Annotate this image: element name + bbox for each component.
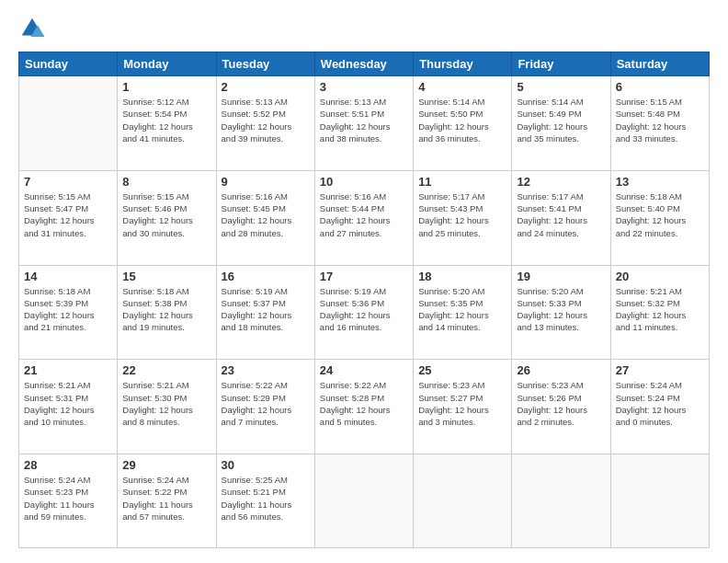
calendar-cell (414, 454, 512, 548)
day-number: 20 (616, 270, 704, 283)
calendar-cell: 23Sunrise: 5:22 AMSunset: 5:29 PMDayligh… (216, 360, 314, 454)
day-number: 30 (222, 458, 310, 472)
day-info: Sunrise: 5:12 AMSunset: 5:54 PMDaylight:… (122, 96, 210, 144)
day-number: 21 (24, 363, 112, 377)
calendar-cell: 11Sunrise: 5:17 AMSunset: 5:43 PMDayligh… (414, 170, 512, 265)
calendar-cell: 17Sunrise: 5:19 AMSunset: 5:36 PMDayligh… (314, 265, 413, 360)
calendar-table: SundayMondayTuesdayWednesdayThursdayFrid… (18, 52, 710, 548)
day-info: Sunrise: 5:22 AMSunset: 5:28 PMDaylight:… (320, 379, 408, 428)
day-number: 5 (517, 80, 605, 94)
calendar-cell: 26Sunrise: 5:23 AMSunset: 5:26 PMDayligh… (512, 360, 610, 454)
calendar-cell: 7Sunrise: 5:15 AMSunset: 5:47 PMDaylight… (19, 170, 118, 265)
calendar-cell: 28Sunrise: 5:24 AMSunset: 5:23 PMDayligh… (19, 454, 118, 548)
day-number: 28 (24, 458, 112, 472)
calendar-cell: 6Sunrise: 5:15 AMSunset: 5:48 PMDaylight… (610, 76, 709, 171)
calendar-cell: 16Sunrise: 5:19 AMSunset: 5:37 PMDayligh… (216, 265, 314, 360)
calendar-cell: 9Sunrise: 5:16 AMSunset: 5:45 PMDaylight… (216, 170, 314, 265)
day-info: Sunrise: 5:21 AMSunset: 5:32 PMDaylight:… (616, 285, 704, 334)
calendar-cell: 20Sunrise: 5:21 AMSunset: 5:32 PMDayligh… (610, 265, 709, 360)
day-info: Sunrise: 5:24 AMSunset: 5:22 PMDaylight:… (122, 474, 210, 523)
calendar-cell (512, 454, 610, 548)
day-info: Sunrise: 5:15 AMSunset: 5:46 PMDaylight:… (122, 190, 210, 239)
day-info: Sunrise: 5:14 AMSunset: 5:49 PMDaylight:… (517, 96, 605, 144)
header (18, 15, 710, 42)
calendar-cell (314, 454, 413, 548)
day-number: 22 (122, 363, 210, 377)
day-info: Sunrise: 5:20 AMSunset: 5:35 PMDaylight:… (418, 285, 506, 334)
day-number: 17 (320, 270, 408, 283)
day-number: 6 (616, 80, 704, 94)
day-info: Sunrise: 5:19 AMSunset: 5:36 PMDaylight:… (320, 285, 408, 334)
calendar-cell: 13Sunrise: 5:18 AMSunset: 5:40 PMDayligh… (610, 170, 709, 265)
day-number: 18 (418, 270, 506, 283)
calendar-cell: 29Sunrise: 5:24 AMSunset: 5:22 PMDayligh… (118, 454, 216, 548)
calendar-cell: 24Sunrise: 5:22 AMSunset: 5:28 PMDayligh… (314, 360, 413, 454)
calendar-cell: 8Sunrise: 5:15 AMSunset: 5:46 PMDaylight… (118, 170, 216, 265)
calendar-cell (610, 454, 709, 548)
day-number: 15 (122, 270, 210, 283)
day-number: 3 (320, 80, 408, 94)
week-row-5: 28Sunrise: 5:24 AMSunset: 5:23 PMDayligh… (19, 454, 710, 548)
day-number: 8 (122, 175, 210, 189)
calendar-cell: 5Sunrise: 5:14 AMSunset: 5:49 PMDaylight… (512, 76, 610, 171)
calendar-cell: 15Sunrise: 5:18 AMSunset: 5:38 PMDayligh… (118, 265, 216, 360)
week-row-3: 14Sunrise: 5:18 AMSunset: 5:39 PMDayligh… (19, 265, 710, 360)
calendar-cell: 30Sunrise: 5:25 AMSunset: 5:21 PMDayligh… (216, 454, 314, 548)
calendar-cell: 4Sunrise: 5:14 AMSunset: 5:50 PMDaylight… (414, 76, 512, 171)
week-row-4: 21Sunrise: 5:21 AMSunset: 5:31 PMDayligh… (19, 360, 710, 454)
calendar-cell: 2Sunrise: 5:13 AMSunset: 5:52 PMDaylight… (216, 76, 314, 171)
day-info: Sunrise: 5:17 AMSunset: 5:43 PMDaylight:… (418, 190, 506, 239)
calendar-cell: 12Sunrise: 5:17 AMSunset: 5:41 PMDayligh… (512, 170, 610, 265)
day-info: Sunrise: 5:13 AMSunset: 5:52 PMDaylight:… (222, 96, 310, 144)
day-number: 29 (122, 458, 210, 472)
weekday-header-row: SundayMondayTuesdayWednesdayThursdayFrid… (19, 52, 710, 76)
day-number: 1 (122, 80, 210, 94)
day-info: Sunrise: 5:24 AMSunset: 5:23 PMDaylight:… (24, 474, 112, 523)
weekday-header-friday: Friday (512, 52, 610, 76)
calendar-cell: 3Sunrise: 5:13 AMSunset: 5:51 PMDaylight… (314, 76, 413, 171)
day-info: Sunrise: 5:21 AMSunset: 5:31 PMDaylight:… (24, 379, 112, 428)
day-number: 23 (222, 363, 310, 377)
day-number: 7 (24, 175, 112, 189)
week-row-1: 1Sunrise: 5:12 AMSunset: 5:54 PMDaylight… (19, 76, 710, 171)
day-number: 26 (517, 363, 605, 377)
logo-icon (18, 15, 46, 42)
weekday-header-wednesday: Wednesday (314, 52, 413, 76)
day-info: Sunrise: 5:15 AMSunset: 5:48 PMDaylight:… (616, 96, 704, 144)
calendar-cell: 19Sunrise: 5:20 AMSunset: 5:33 PMDayligh… (512, 265, 610, 360)
calendar-cell: 18Sunrise: 5:20 AMSunset: 5:35 PMDayligh… (414, 265, 512, 360)
day-number: 14 (24, 270, 112, 283)
day-number: 16 (222, 270, 310, 283)
day-number: 9 (222, 175, 310, 189)
day-number: 11 (418, 175, 506, 189)
weekday-header-tuesday: Tuesday (216, 52, 314, 76)
day-number: 10 (320, 175, 408, 189)
day-info: Sunrise: 5:15 AMSunset: 5:47 PMDaylight:… (24, 190, 112, 239)
day-info: Sunrise: 5:16 AMSunset: 5:45 PMDaylight:… (222, 190, 310, 239)
day-number: 24 (320, 363, 408, 377)
page: SundayMondayTuesdayWednesdayThursdayFrid… (0, 0, 728, 563)
weekday-header-saturday: Saturday (610, 52, 709, 76)
day-info: Sunrise: 5:18 AMSunset: 5:38 PMDaylight:… (122, 285, 210, 334)
calendar-cell: 21Sunrise: 5:21 AMSunset: 5:31 PMDayligh… (19, 360, 118, 454)
day-number: 13 (616, 175, 704, 189)
calendar-cell: 27Sunrise: 5:24 AMSunset: 5:24 PMDayligh… (610, 360, 709, 454)
day-info: Sunrise: 5:18 AMSunset: 5:39 PMDaylight:… (24, 285, 112, 334)
logo (18, 15, 50, 42)
calendar-cell: 10Sunrise: 5:16 AMSunset: 5:44 PMDayligh… (314, 170, 413, 265)
calendar-cell: 14Sunrise: 5:18 AMSunset: 5:39 PMDayligh… (19, 265, 118, 360)
day-info: Sunrise: 5:14 AMSunset: 5:50 PMDaylight:… (418, 96, 506, 144)
day-info: Sunrise: 5:23 AMSunset: 5:26 PMDaylight:… (517, 379, 605, 428)
weekday-header-thursday: Thursday (414, 52, 512, 76)
weekday-header-monday: Monday (118, 52, 216, 76)
day-info: Sunrise: 5:19 AMSunset: 5:37 PMDaylight:… (222, 285, 310, 334)
calendar-cell: 1Sunrise: 5:12 AMSunset: 5:54 PMDaylight… (118, 76, 216, 171)
day-info: Sunrise: 5:16 AMSunset: 5:44 PMDaylight:… (320, 190, 408, 239)
day-info: Sunrise: 5:17 AMSunset: 5:41 PMDaylight:… (517, 190, 605, 239)
day-number: 2 (222, 80, 310, 94)
weekday-header-sunday: Sunday (19, 52, 118, 76)
week-row-2: 7Sunrise: 5:15 AMSunset: 5:47 PMDaylight… (19, 170, 710, 265)
day-number: 19 (517, 270, 605, 283)
day-info: Sunrise: 5:20 AMSunset: 5:33 PMDaylight:… (517, 285, 605, 334)
day-info: Sunrise: 5:18 AMSunset: 5:40 PMDaylight:… (616, 190, 704, 239)
